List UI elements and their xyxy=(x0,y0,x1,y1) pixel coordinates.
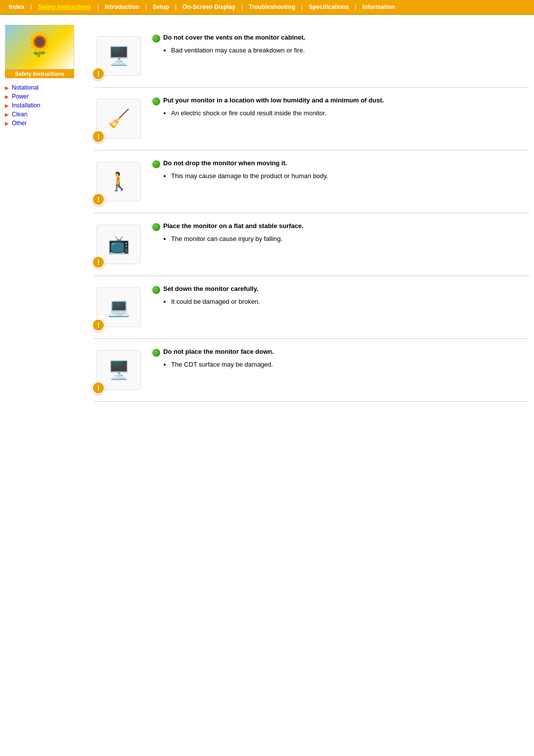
nav-separator: | xyxy=(96,3,100,10)
inst-bullet-item-1: An electric shock or fire could result i… xyxy=(171,109,524,117)
nav-item-on-screen-display[interactable]: On-Screen Display xyxy=(178,2,240,12)
inst-heading-1: Put your monitor in a location with low … xyxy=(152,96,524,105)
instruction-image-5: 🖥️! xyxy=(94,348,143,392)
instruction-image-4: 💻! xyxy=(94,285,143,330)
inst-bullet-list-5: The CDT surface may be damaged. xyxy=(163,361,524,368)
instruction-image-2: 🚶! xyxy=(94,159,143,204)
inst-bullet-item-3: The monitor can cause injury by falling. xyxy=(171,235,524,242)
nav-item-introduction[interactable]: Introduction xyxy=(100,2,144,12)
inst-bullet-item-4: It could be damaged or broken. xyxy=(171,298,524,305)
warning-badge-3: ! xyxy=(92,256,105,269)
nav-item-index[interactable]: Index xyxy=(4,2,29,12)
sidebar-link-label: Installation xyxy=(12,102,40,109)
green-circle-icon-2 xyxy=(152,160,160,168)
arrow-icon: ▶ xyxy=(5,94,9,99)
nav-item-information[interactable]: Information xyxy=(357,2,400,12)
instruction-block-2: 🚶!Do not drop the monitor when moving it… xyxy=(94,150,529,213)
green-circle-icon-4 xyxy=(152,286,160,294)
nav-item-specifications[interactable]: Specifications xyxy=(304,2,354,12)
content-area: 🖥️!Do not cover the vents on the monitor… xyxy=(94,25,529,402)
inst-heading-text-3: Place the monitor on a flat and stable s… xyxy=(163,222,304,230)
sidebar-hero-label: Safety Instructions xyxy=(5,69,74,78)
sidebar-link-other[interactable]: ▶Other xyxy=(5,119,84,128)
inst-heading-3: Place the monitor on a flat and stable s… xyxy=(152,222,524,231)
inst-heading-0: Do not cover the vents on the monitor ca… xyxy=(152,34,524,43)
warning-badge-1: ! xyxy=(92,130,105,143)
inst-bullet-item-0: Bad ventilation may cause a breakdown or… xyxy=(171,47,524,54)
instruction-text-5: Do not place the monitor face down.The C… xyxy=(152,348,524,368)
warning-badge-5: ! xyxy=(92,381,105,394)
instruction-text-0: Do not cover the vents on the monitor ca… xyxy=(152,34,524,54)
sidebar-link-notational[interactable]: ▶Notational xyxy=(5,83,84,92)
green-circle-icon-0 xyxy=(152,35,160,43)
instruction-text-3: Place the monitor on a flat and stable s… xyxy=(152,222,524,242)
instruction-text-2: Do not drop the monitor when moving it.T… xyxy=(152,159,524,180)
instruction-image-3: 📺! xyxy=(94,222,143,267)
inst-heading-text-1: Put your monitor in a location with low … xyxy=(163,96,384,104)
instruction-block-4: 💻!Set down the monitor carefully.It coul… xyxy=(94,276,529,339)
instruction-image-0: 🖥️! xyxy=(94,34,143,78)
inst-bullet-item-2: This may cause damage to the product or … xyxy=(171,172,524,180)
nav-item-troubleshooting[interactable]: Troubleshooting xyxy=(244,2,300,12)
instruction-block-1: 🧹!Put your monitor in a location with lo… xyxy=(94,88,529,150)
sidebar-nav: ▶Notational▶Power▶Installation▶Clean▶Oth… xyxy=(5,83,84,128)
inst-bullet-list-2: This may cause damage to the product or … xyxy=(163,172,524,180)
warning-badge-2: ! xyxy=(92,193,105,206)
nav-separator: | xyxy=(300,3,304,10)
navbar: Index|Safety Instructions|Introduction|S… xyxy=(0,0,534,15)
inst-heading-5: Do not place the monitor face down. xyxy=(152,348,524,357)
instruction-image-1: 🧹! xyxy=(94,96,143,141)
warning-badge-0: ! xyxy=(92,67,105,80)
inst-bullet-item-5: The CDT surface may be damaged. xyxy=(171,361,524,368)
sidebar-link-label: Power xyxy=(12,93,29,100)
arrow-icon: ▶ xyxy=(5,85,9,91)
sidebar-hero: 🌻 xyxy=(5,25,74,69)
sidebar-link-clean[interactable]: ▶Clean xyxy=(5,110,84,119)
instruction-block-3: 📺!Place the monitor on a flat and stable… xyxy=(94,213,529,276)
instruction-text-1: Put your monitor in a location with low … xyxy=(152,96,524,117)
inst-heading-text-2: Do not drop the monitor when moving it. xyxy=(163,159,287,167)
green-circle-icon-3 xyxy=(152,223,160,231)
inst-heading-4: Set down the monitor carefully. xyxy=(152,285,524,294)
sidebar-link-label: Other xyxy=(12,120,27,127)
inst-bullet-list-4: It could be damaged or broken. xyxy=(163,298,524,305)
inst-bullet-list-3: The monitor can cause injury by falling. xyxy=(163,235,524,242)
instruction-block-5: 🖥️!Do not place the monitor face down.Th… xyxy=(94,339,529,402)
arrow-icon: ▶ xyxy=(5,112,9,117)
sidebar: 🌻 Safety Instructions ▶Notational▶Power▶… xyxy=(5,25,84,402)
nav-separator: | xyxy=(29,3,33,10)
inst-bullet-list-1: An electric shock or fire could result i… xyxy=(163,109,524,117)
nav-separator: | xyxy=(144,3,148,10)
inst-heading-2: Do not drop the monitor when moving it. xyxy=(152,159,524,168)
sidebar-link-label: Notational xyxy=(12,84,39,91)
nav-separator: | xyxy=(354,3,357,10)
sidebar-link-label: Clean xyxy=(12,111,27,118)
nav-separator: | xyxy=(174,3,178,10)
nav-item-safety-instructions[interactable]: Safety Instructions xyxy=(33,2,96,12)
sidebar-link-power[interactable]: ▶Power xyxy=(5,92,84,101)
inst-heading-text-5: Do not place the monitor face down. xyxy=(163,348,274,355)
inst-heading-text-4: Set down the monitor carefully. xyxy=(163,285,259,292)
arrow-icon: ▶ xyxy=(5,103,9,108)
sidebar-link-installation[interactable]: ▶Installation xyxy=(5,101,84,110)
warning-badge-4: ! xyxy=(92,319,105,331)
green-circle-icon-5 xyxy=(152,349,160,357)
inst-heading-text-0: Do not cover the vents on the monitor ca… xyxy=(163,34,305,41)
sidebar-hero-image: 🌻 xyxy=(25,31,54,58)
green-circle-icon-1 xyxy=(152,97,160,105)
main-layout: 🌻 Safety Instructions ▶Notational▶Power▶… xyxy=(0,15,534,412)
arrow-icon: ▶ xyxy=(5,121,9,126)
instruction-block-0: 🖥️!Do not cover the vents on the monitor… xyxy=(94,25,529,88)
inst-bullet-list-0: Bad ventilation may cause a breakdown or… xyxy=(163,47,524,54)
instruction-text-4: Set down the monitor carefully.It could … xyxy=(152,285,524,305)
nav-separator: | xyxy=(240,3,244,10)
nav-item-setup[interactable]: Setup xyxy=(148,2,174,12)
